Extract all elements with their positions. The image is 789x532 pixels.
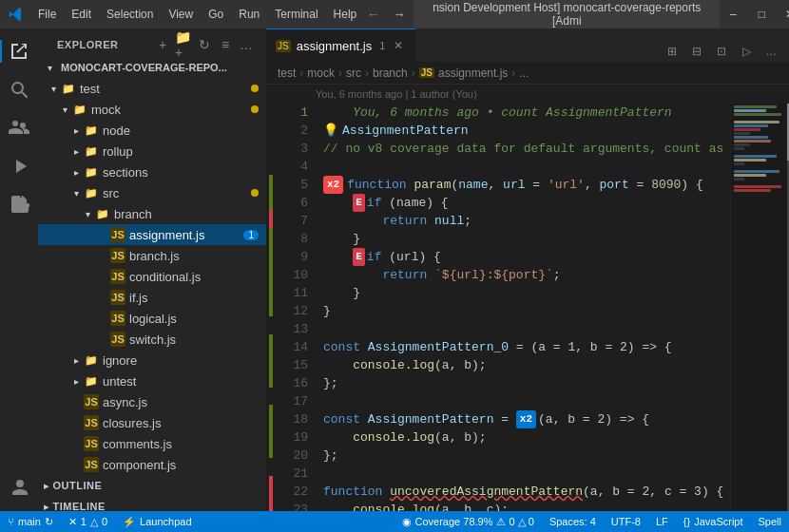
tree-folder-branch[interactable]: ▾ 📁 branch [38, 203, 266, 224]
sidebar-section-outline[interactable]: ▸ OUTLINE [38, 475, 266, 496]
status-errors[interactable]: ✕ 1 △ 0 [61, 511, 115, 532]
sidebar-section-timeline[interactable]: ▸ TIMELINE [38, 496, 266, 511]
ln-13: 13 [276, 320, 308, 338]
forward-button[interactable]: → [388, 3, 410, 26]
folder-icon: 📁 [84, 143, 99, 159]
refresh-icon[interactable]: ↻ [196, 36, 213, 53]
status-spaces[interactable]: Spaces: 4 [542, 511, 604, 532]
menu-go[interactable]: Go [202, 8, 229, 21]
code-line-15: console.log (a, b); [323, 356, 732, 374]
breadcrumb-branch[interactable]: branch [373, 66, 408, 80]
ln-1: 1 [276, 104, 308, 122]
minimize-button[interactable]: – [720, 4, 746, 25]
activity-extensions[interactable] [0, 184, 38, 222]
tree-file-async-js[interactable]: JS async.js [38, 391, 266, 412]
e-coverage-badge: E [353, 248, 365, 266]
tree-folder-node[interactable]: ▸ 📁 node [38, 120, 266, 141]
status-right: ◉ Coverage 78.9% ⚠ 0 △ 0 Spaces: 4 UTF-8… [394, 511, 789, 532]
status-remote[interactable]: ⚡ Launchpad [115, 511, 199, 532]
minimap-line [734, 162, 744, 165]
maximize-button[interactable]: □ [748, 4, 775, 25]
activity-search[interactable] [0, 70, 38, 108]
run-icon[interactable]: ▷ [736, 41, 757, 62]
menu-run[interactable]: Run [233, 8, 265, 21]
code-text: , [488, 176, 503, 194]
breadcrumb-mock[interactable]: mock [307, 66, 335, 80]
empty-chevron [95, 269, 110, 284]
menu-file[interactable]: File [32, 8, 62, 21]
tree-folder-mock[interactable]: ▾ 📁 mock [38, 99, 266, 120]
code-line-8: } [323, 230, 732, 248]
tree-file-conditional-js[interactable]: JS conditional.js [38, 266, 266, 287]
tree-file-branch-js[interactable]: JS branch.js [38, 245, 266, 266]
status-git-branch[interactable]: ⑂ main ↻ [0, 511, 61, 532]
menu-edit[interactable]: Edit [66, 8, 97, 21]
tree-folder-rollup[interactable]: ▸ 📁 rollup [38, 141, 266, 162]
address-bar[interactable]: nsion Development Host] monocart-coverag… [414, 0, 720, 29]
tab-bar: JS assignment.js 1 ✕ ⊞ ⊟ ⊡ ▷ … [266, 28, 789, 62]
breadcrumb-src[interactable]: src [346, 66, 361, 80]
status-left: ⑂ main ↻ ✕ 1 △ 0 ⚡ Launchpad [0, 511, 200, 532]
menu-help[interactable]: Help [328, 8, 363, 21]
error-icon: ✕ [68, 516, 77, 528]
js-file-icon: JS [84, 394, 99, 409]
folder-icon: 📁 [95, 206, 110, 221]
tree-file-comments-js[interactable]: JS comments.js [38, 433, 266, 454]
folder-icon: 📁 [84, 373, 99, 389]
more-icon[interactable]: … [760, 41, 781, 62]
menu-selection[interactable]: Selection [101, 8, 159, 21]
tree-file-component-js[interactable]: JS component.js [38, 454, 266, 475]
code-content[interactable]: You, 6 months ago • count AssignmentPatt… [316, 104, 732, 511]
tree-file-logical-js[interactable]: JS logical.js [38, 308, 266, 329]
activity-account[interactable] [0, 469, 38, 507]
conditional-js-label: conditional.js [129, 270, 259, 284]
tree-file-switch-js[interactable]: JS switch.js [38, 329, 266, 350]
menu-view[interactable]: View [163, 8, 199, 21]
activity-source-control[interactable] [0, 108, 38, 146]
code-editor[interactable]: 1 2 3 4 5 6 7 8 9 10 11 12 13 14 15 16 1… [266, 104, 789, 511]
new-file-icon[interactable]: + [154, 36, 171, 53]
status-coverage[interactable]: ◉ Coverage 78.9% ⚠ 0 △ 0 [394, 511, 542, 532]
gutter-14 [269, 334, 273, 352]
tab-close-button[interactable]: ✕ [391, 38, 406, 53]
minimap-line [734, 109, 766, 112]
back-button[interactable]: ← [362, 3, 384, 26]
activity-run-debug[interactable] [0, 146, 38, 184]
gutter-19 [269, 423, 273, 441]
tree-file-closures-js[interactable]: JS closures.js [38, 412, 266, 433]
activity-explorer[interactable] [0, 32, 38, 70]
file-tree: ▾ MONOCART-COVERAGE-REPO... ▾ 📁 test ▾ 📁… [38, 57, 266, 511]
status-spell[interactable]: Spell [751, 511, 789, 532]
branch-label: branch [114, 207, 259, 221]
tree-folder-ignore[interactable]: ▸ 📁 ignore [38, 350, 266, 370]
breadcrumb-filename[interactable]: assignment.js [438, 66, 508, 80]
split-editor-icon[interactable]: ⊞ [662, 41, 683, 62]
breadcrumb-test[interactable]: test [278, 66, 296, 80]
coverage-detail: ⚠ 0 △ 0 [496, 516, 533, 528]
code-text: ) { [681, 176, 702, 194]
tree-folder-untest[interactable]: ▸ 📁 untest [38, 370, 266, 391]
status-language[interactable]: {} JavaScript [676, 511, 751, 532]
code-text: You, 6 months ago • count AssignmentPatt… [323, 104, 672, 122]
tree-folder-sections[interactable]: ▸ 📁 sections [38, 162, 266, 182]
code-text: }; [323, 446, 338, 465]
status-encoding[interactable]: UTF-8 [604, 511, 648, 532]
close-button[interactable]: ✕ [777, 4, 789, 25]
menu-terminal[interactable]: Terminal [269, 8, 323, 21]
code-text: AssignmentPattern_0 [368, 338, 509, 356]
tree-folder-test[interactable]: ▾ 📁 test [38, 78, 266, 99]
view-type-icon[interactable]: ⊟ [686, 41, 707, 62]
breadcrumb-more[interactable]: ... [519, 66, 529, 80]
tab-assignment-js[interactable]: JS assignment.js 1 ✕ [266, 28, 415, 62]
status-line-ending[interactable]: LF [648, 511, 676, 532]
layout-icon[interactable]: ⊡ [711, 41, 732, 62]
tree-folder-src[interactable]: ▾ 📁 src [38, 182, 266, 203]
sync-icon: ↻ [45, 516, 53, 528]
tree-file-assignment-js[interactable]: JS assignment.js 1 [38, 224, 266, 245]
tree-file-if-js[interactable]: JS if.js [38, 287, 266, 308]
more-actions-icon[interactable]: … [238, 36, 255, 53]
collapse-icon[interactable]: ≡ [217, 36, 234, 53]
tree-root[interactable]: ▾ MONOCART-COVERAGE-REPO... [38, 57, 266, 78]
code-text: (name) { [381, 194, 448, 212]
new-folder-icon[interactable]: 📁+ [175, 36, 192, 53]
